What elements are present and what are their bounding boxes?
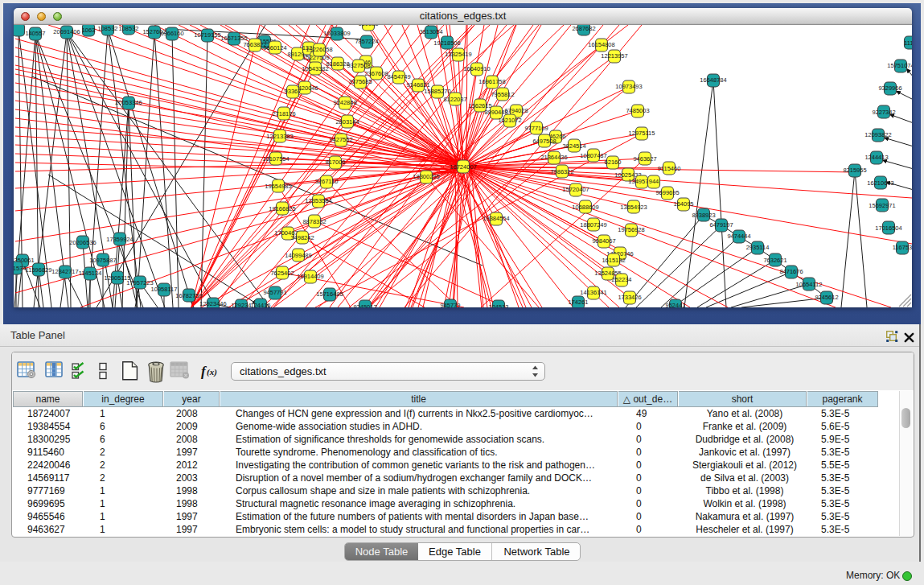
svg-text:1615132: 1615132 <box>602 257 625 264</box>
svg-text:8471676: 8471676 <box>779 268 803 275</box>
svg-text:3813054: 3813054 <box>419 28 442 35</box>
svg-text:6794028: 6794028 <box>504 107 528 114</box>
svg-text:13325419: 13325419 <box>445 51 471 58</box>
svg-text:21364436: 21364436 <box>540 154 567 161</box>
svg-text:19218506: 19218506 <box>433 39 460 47</box>
svg-text:1063: 1063 <box>82 27 96 34</box>
svg-text:16154808: 16154808 <box>588 41 614 48</box>
svg-text:12353584: 12353584 <box>305 197 331 204</box>
svg-text:10688609: 10688609 <box>572 204 598 211</box>
svg-text:9699695: 9699695 <box>655 189 679 196</box>
svg-text:16033809: 16033809 <box>323 30 350 37</box>
svg-text:140557: 140557 <box>25 30 45 37</box>
svg-text:10973493: 10973493 <box>615 83 642 90</box>
svg-text:7485003: 7485003 <box>626 107 649 114</box>
svg-text:20691406: 20691406 <box>53 28 80 35</box>
svg-text:10654112: 10654112 <box>796 281 823 288</box>
svg-text:10958117: 10958117 <box>151 286 178 293</box>
svg-text:944: 944 <box>649 178 659 185</box>
svg-text:15885270: 15885270 <box>424 88 450 95</box>
svg-text:9329966: 9329966 <box>878 84 901 92</box>
svg-text:9474444: 9474444 <box>727 233 750 240</box>
svg-text:9227342: 9227342 <box>872 109 895 116</box>
svg-text:252234: 252234 <box>611 276 631 283</box>
svg-text:19756928: 19756928 <box>618 226 644 233</box>
svg-text:945779: 945779 <box>440 302 460 307</box>
svg-text:164095: 164095 <box>673 200 693 208</box>
svg-text:9327508: 9327508 <box>347 62 370 69</box>
svg-text:17016504: 17016504 <box>875 225 901 232</box>
svg-text:3498242: 3498242 <box>290 234 314 241</box>
svg-text:18724007: 18724007 <box>450 163 476 171</box>
svg-text:13654923: 13654923 <box>620 204 647 211</box>
svg-text:124416: 124416 <box>250 302 270 307</box>
svg-text:10975887: 10975887 <box>89 257 116 264</box>
svg-text:10719155: 10719155 <box>194 31 220 39</box>
svg-text:9777169: 9777169 <box>524 125 548 132</box>
svg-text:9457791: 9457791 <box>263 289 286 296</box>
svg-text:9115460: 9115460 <box>658 165 681 172</box>
svg-text:12213383: 12213383 <box>266 133 293 140</box>
svg-text:1117: 1117 <box>904 39 912 47</box>
svg-text:16782759: 16782759 <box>175 292 202 299</box>
svg-text:1145134: 1145134 <box>79 270 102 277</box>
svg-text:116753: 116753 <box>893 244 912 251</box>
svg-text:7625402: 7625402 <box>270 270 294 277</box>
svg-text:19384554: 19384554 <box>483 215 509 222</box>
svg-text:2935114: 2935114 <box>746 244 770 251</box>
svg-text:8186328: 8186328 <box>326 60 349 68</box>
svg-text:93367: 93367 <box>285 88 302 95</box>
svg-text:10807487: 10807487 <box>580 152 606 159</box>
svg-text:10543382: 10543382 <box>302 65 328 72</box>
svg-text:20053346: 20053346 <box>115 99 142 106</box>
svg-text:15692971: 15692971 <box>869 202 895 209</box>
svg-text:1244413: 1244413 <box>864 154 888 161</box>
svg-text:16210643: 16210643 <box>867 179 893 187</box>
svg-text:16640910: 16640910 <box>463 65 490 72</box>
svg-text:8122037: 8122037 <box>443 96 466 103</box>
svg-text:12093822: 12093822 <box>864 131 891 138</box>
svg-text:991534: 991534 <box>14 265 27 272</box>
svg-text:15716485: 15716485 <box>316 290 343 298</box>
svg-text:18300295: 18300295 <box>413 173 439 180</box>
svg-text:2718176: 2718176 <box>272 110 295 117</box>
svg-text:160338: 160338 <box>358 25 378 27</box>
svg-text:12342717: 12342717 <box>51 268 78 275</box>
svg-text:3824514: 3824514 <box>562 142 585 150</box>
svg-text:9084067: 9084067 <box>592 237 615 245</box>
svg-text:9427552: 9427552 <box>329 136 352 143</box>
svg-text:952441: 952441 <box>665 302 685 307</box>
svg-text:124513: 124513 <box>488 303 508 307</box>
svg-text:1621072: 1621072 <box>498 117 521 124</box>
svg-text:3267110: 3267110 <box>315 178 339 185</box>
svg-text:15720407: 15720407 <box>562 186 589 193</box>
svg-text:15751074: 15751074 <box>887 62 912 69</box>
svg-text:(x): (x) <box>207 367 217 377</box>
svg-text:108532: 108532 <box>97 25 117 32</box>
svg-text:13226058: 13226058 <box>306 46 332 53</box>
svg-text:7857224: 7857224 <box>355 38 378 45</box>
svg-text:8878332: 8878332 <box>302 218 326 225</box>
svg-text:9242848: 9242848 <box>333 99 356 106</box>
svg-text:9245612: 9245612 <box>815 294 838 301</box>
svg-text:12923446: 12923446 <box>199 300 226 307</box>
svg-text:8215955: 8215955 <box>843 167 866 174</box>
svg-text:9245012: 9245012 <box>353 303 376 307</box>
svg-text:14099489: 14099489 <box>285 252 311 259</box>
svg-text:17957223: 17957223 <box>126 279 153 286</box>
svg-text:7955812: 7955812 <box>491 91 514 98</box>
svg-text:12213957: 12213957 <box>601 52 627 60</box>
svg-text:1733426: 1733426 <box>618 294 641 301</box>
svg-text:19654985: 19654985 <box>265 183 291 190</box>
svg-text:174261: 174261 <box>568 299 588 306</box>
svg-text:817006: 817006 <box>325 159 345 166</box>
svg-text:62160: 62160 <box>605 159 622 166</box>
svg-text:11596829: 11596829 <box>26 266 52 274</box>
svg-text:7986322: 7986322 <box>550 168 573 175</box>
svg-text:12975115: 12975115 <box>629 130 655 137</box>
svg-text:16107554: 16107554 <box>262 155 289 163</box>
svg-text:14136141: 14136141 <box>580 289 606 296</box>
svg-text:20206536: 20206536 <box>69 239 96 246</box>
svg-text:2687682: 2687682 <box>572 25 595 32</box>
svg-text:6479197: 6479197 <box>709 221 733 229</box>
